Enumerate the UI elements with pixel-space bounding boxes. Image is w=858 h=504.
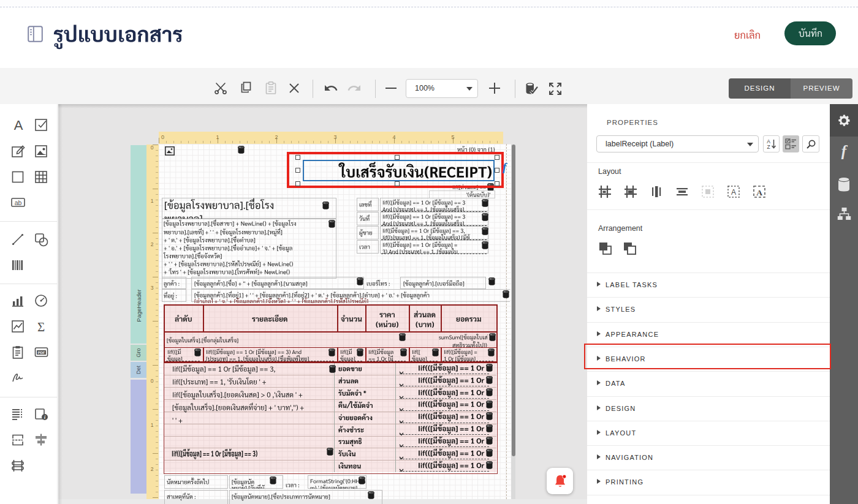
svg-text:3: 3 [333, 134, 336, 140]
svg-text:1: 1 [150, 422, 153, 428]
svg-text:2: 2 [150, 466, 153, 472]
svg-text:A: A [14, 118, 23, 133]
svg-text:PDF: PDF [38, 351, 45, 355]
svg-text:2: 2 [275, 134, 278, 140]
svg-text:0: 0 [161, 134, 164, 140]
svg-text:5: 5 [451, 134, 454, 140]
svg-text:ab: ab [15, 199, 22, 206]
svg-text:Z: Z [767, 144, 770, 150]
svg-text:A: A [731, 188, 736, 197]
svg-text:1: 1 [216, 134, 219, 140]
svg-text:4: 4 [392, 134, 395, 140]
svg-text:0: 0 [150, 378, 153, 384]
svg-text:3: 3 [150, 285, 153, 291]
svg-text:1: 1 [150, 198, 153, 204]
svg-text:Σ: Σ [37, 320, 45, 334]
svg-text:A: A [756, 188, 762, 197]
svg-text:2: 2 [150, 241, 153, 247]
svg-text:0: 0 [150, 145, 153, 151]
